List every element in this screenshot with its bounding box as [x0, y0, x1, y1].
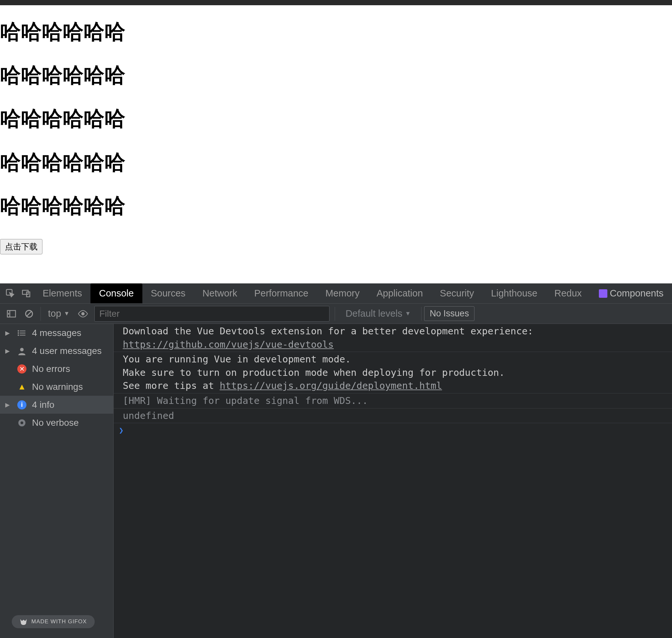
tab-network[interactable]: Network: [194, 283, 246, 303]
gifox-icon: [20, 618, 28, 626]
levels-label: Default levels: [346, 308, 402, 319]
sidebar-info-label: 4 info: [32, 400, 54, 410]
tab-memory[interactable]: Memory: [317, 283, 368, 303]
svg-point-16: [20, 421, 23, 424]
divider: [421, 307, 422, 321]
filter-input[interactable]: [94, 306, 330, 322]
chevron-down-icon: ▼: [64, 310, 70, 317]
divider: [335, 307, 335, 321]
console-message: undefined: [114, 408, 672, 423]
console-message: Download the Vue Devtools extension for …: [114, 324, 672, 352]
chevron-right-icon: ▶: [5, 348, 12, 355]
console-messages: Download the Vue Devtools extension for …: [114, 324, 672, 638]
heading-4: 哈哈哈哈哈哈: [0, 151, 672, 173]
tab-performance[interactable]: Performance: [246, 283, 317, 303]
svg-point-14: [20, 348, 24, 351]
issues-button[interactable]: No Issues: [424, 306, 474, 321]
warning-icon: ▲: [17, 382, 27, 392]
sidebar-messages-label: 4 messages: [32, 328, 81, 338]
tab-lighthouse[interactable]: Lighthouse: [483, 283, 546, 303]
info-icon: i: [17, 400, 27, 410]
tab-redux[interactable]: Redux: [546, 283, 590, 303]
log-levels-selector[interactable]: Default levels ▼: [346, 308, 411, 319]
sidebar-errors-label: No errors: [32, 364, 70, 374]
sidebar-warnings[interactable]: ▶ ▲ No warnings: [0, 378, 113, 396]
gifox-label: MADE WITH GIFOX: [31, 618, 87, 625]
browser-chrome-top: [0, 0, 672, 5]
chevron-right-icon: ▶: [5, 401, 12, 408]
list-icon: [17, 328, 27, 338]
live-expression-icon[interactable]: [76, 307, 90, 321]
message-text: You are running Vue in development mode.: [123, 354, 351, 365]
context-selector[interactable]: top ▼: [48, 308, 70, 319]
clear-console-icon[interactable]: [22, 307, 36, 321]
svg-point-7: [81, 312, 85, 315]
sidebar-info[interactable]: ▶ i 4 info: [0, 396, 113, 414]
svg-point-12: [18, 332, 19, 333]
message-text: [HMR] Waiting for update signal from WDS…: [123, 395, 368, 406]
heading-2: 哈哈哈哈哈哈: [0, 64, 672, 86]
message-link[interactable]: https://github.com/vuejs/vue-devtools: [123, 339, 334, 350]
heading-1: 哈哈哈哈哈哈: [0, 21, 672, 43]
svg-line-6: [27, 312, 31, 316]
svg-point-11: [18, 331, 19, 331]
device-toggle-icon[interactable]: [20, 286, 32, 301]
message-text: Download the Vue Devtools extension for …: [123, 325, 533, 337]
sidebar-warnings-label: No warnings: [32, 382, 83, 392]
tab-application[interactable]: Application: [368, 283, 431, 303]
sidebar-verbose-label: No verbose: [32, 418, 79, 428]
svg-point-13: [18, 335, 19, 335]
message-text: undefined: [123, 410, 174, 421]
verbose-icon: [17, 418, 27, 428]
sidebar-errors[interactable]: ▶ ✕ No errors: [0, 360, 113, 378]
message-link[interactable]: https://vuejs.org/guide/deployment.html: [220, 380, 442, 391]
gifox-badge: MADE WITH GIFOX: [12, 615, 95, 628]
console-body: ▶ 4 messages ▶ 4 user messages ▶ ✕ No er…: [0, 324, 672, 638]
chevron-right-icon: ▶: [5, 330, 12, 337]
tab-elements[interactable]: Elements: [34, 283, 90, 303]
sidebar-user-messages[interactable]: ▶ 4 user messages: [0, 342, 113, 360]
console-prompt[interactable]: ❯: [114, 423, 672, 438]
message-text: See more tips at: [123, 380, 220, 391]
tab-security[interactable]: Security: [431, 283, 483, 303]
toggle-sidebar-icon[interactable]: [4, 307, 18, 321]
divider: [40, 307, 41, 321]
console-message: [HMR] Waiting for update signal from WDS…: [114, 393, 672, 408]
user-icon: [17, 346, 27, 356]
react-icon: [599, 289, 607, 298]
chevron-down-icon: ▼: [405, 310, 411, 317]
context-label: top: [48, 308, 61, 319]
devtools-tabbar: Elements Console Sources Network Perform…: [0, 283, 672, 304]
heading-3: 哈哈哈哈哈哈: [0, 108, 672, 130]
sidebar-messages[interactable]: ▶ 4 messages: [0, 324, 113, 342]
tab-console[interactable]: Console: [90, 283, 142, 303]
console-toolbar: top ▼ Default levels ▼ No Issues: [0, 304, 672, 324]
tab-components-label: Components: [610, 288, 663, 299]
page-content: 哈哈哈哈哈哈 哈哈哈哈哈哈 哈哈哈哈哈哈 哈哈哈哈哈哈 哈哈哈哈哈哈 点击下载: [0, 5, 672, 283]
heading-5: 哈哈哈哈哈哈: [0, 195, 672, 217]
inspect-icon[interactable]: [4, 286, 16, 301]
download-button[interactable]: 点击下载: [0, 239, 43, 254]
sidebar-verbose[interactable]: ▶ No verbose: [0, 414, 113, 432]
sidebar-user-messages-label: 4 user messages: [32, 346, 102, 356]
console-sidebar: ▶ 4 messages ▶ 4 user messages ▶ ✕ No er…: [0, 324, 114, 638]
devtools-panel: Elements Console Sources Network Perform…: [0, 283, 672, 638]
message-text: Make sure to turn on production mode whe…: [123, 367, 505, 378]
console-message: You are running Vue in development mode.…: [114, 352, 672, 393]
tab-components[interactable]: Components: [590, 283, 672, 303]
error-icon: ✕: [17, 364, 27, 374]
tab-sources[interactable]: Sources: [142, 283, 194, 303]
